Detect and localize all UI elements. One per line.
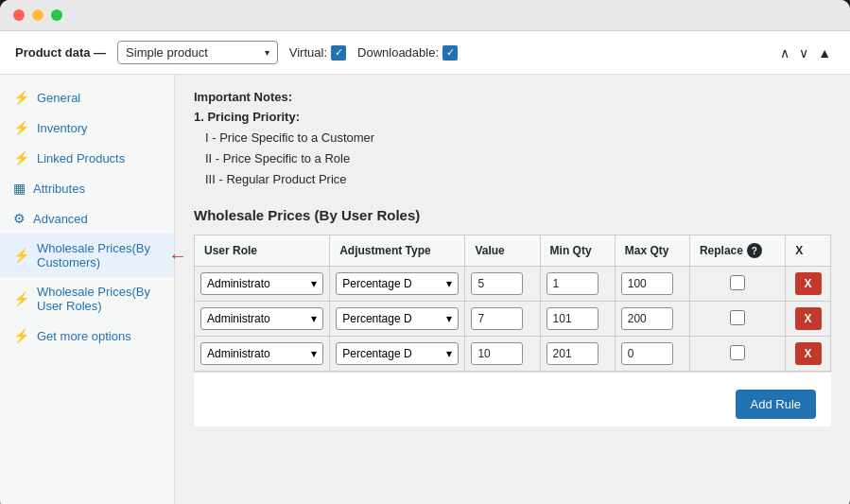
sidebar-item-inventory-label: Inventory: [37, 121, 87, 135]
maximize-button[interactable]: [51, 9, 62, 21]
row2-adjustment-select[interactable]: Percentage D ▾: [336, 307, 459, 330]
sidebar-item-wholesale-customers[interactable]: ⚡ Wholesale Prices(By Customers) ←: [0, 234, 174, 277]
row1-value-input[interactable]: [471, 272, 523, 295]
row3-value-input[interactable]: [471, 342, 523, 365]
general-icon: ⚡: [13, 90, 29, 105]
content-area: Important Notes: 1. Pricing Priority: I …: [175, 75, 850, 504]
product-type-value: Simple product: [126, 45, 208, 60]
minimize-button[interactable]: [32, 9, 43, 21]
main-window: Product data — Simple product ▾ Virtual:…: [0, 0, 850, 504]
row3-user-role-cell: Administrato ▾: [195, 337, 330, 372]
row1-min-qty-cell: [540, 267, 615, 302]
replace-help-icon[interactable]: ?: [747, 243, 762, 258]
col-delete: X: [786, 235, 831, 267]
sidebar-item-attributes[interactable]: ▦ Attributes: [0, 173, 174, 203]
section-title: Wholesale Prices (By User Roles): [194, 207, 831, 223]
row3-delete-button[interactable]: X: [795, 342, 822, 365]
row3-adjustment-value: Percentage D: [342, 347, 411, 360]
row2-value-cell: [465, 302, 540, 337]
add-rule-button[interactable]: Add Rule: [736, 390, 816, 419]
nav-down-button[interactable]: ∨: [795, 43, 812, 62]
notes-title: Important Notes:: [194, 90, 831, 104]
wholesale-customers-icon: ⚡: [13, 248, 29, 263]
row1-adjustment-select[interactable]: Percentage D ▾: [336, 272, 459, 295]
virtual-checkbox-group: Virtual: ✓: [289, 45, 346, 61]
row1-user-role-select[interactable]: Administrato ▾: [200, 272, 323, 295]
row3-adjustment-chevron: ▾: [446, 347, 452, 360]
sidebar-item-linked-products[interactable]: ⚡ Linked Products: [0, 143, 174, 173]
row1-user-role-value: Administrato: [207, 277, 270, 290]
sidebar-item-inventory[interactable]: ⚡ Inventory: [0, 113, 174, 143]
pricing-priority-title: 1. Pricing Priority:: [194, 110, 831, 124]
product-data-bar: Product data — Simple product ▾ Virtual:…: [0, 31, 850, 75]
title-bar: [0, 0, 850, 31]
nav-collapse-button[interactable]: ▲: [814, 43, 835, 62]
important-notes: Important Notes: 1. Pricing Priority: I …: [194, 90, 831, 190]
col-min-qty: Min Qty: [540, 235, 615, 267]
sidebar-item-wholesale-roles-label: Wholesale Prices(By User Roles): [37, 285, 161, 313]
row2-delete-button[interactable]: X: [795, 307, 822, 330]
pricing-item-1: I - Price Specific to a Customer: [194, 128, 831, 148]
active-arrow-indicator: ←: [168, 245, 187, 267]
row2-user-role-cell: Administrato ▾: [195, 302, 330, 337]
sidebar: ⚡ General ⚡ Inventory ⚡ Linked Products …: [0, 75, 175, 504]
row1-delete-cell: X: [786, 267, 831, 302]
sidebar-item-linked-products-label: Linked Products: [37, 151, 125, 165]
row1-max-qty-input[interactable]: [621, 272, 673, 295]
row1-value-cell: [465, 267, 540, 302]
sidebar-item-get-more-label: Get more options: [37, 329, 131, 343]
sidebar-item-general-label: General: [37, 91, 80, 105]
sidebar-item-get-more[interactable]: ⚡ Get more options: [0, 321, 174, 351]
nav-arrows: ∧ ∨ ▲: [776, 43, 835, 62]
row2-adjustment-value: Percentage D: [342, 312, 411, 325]
get-more-icon: ⚡: [13, 328, 29, 343]
row2-adjustment-chevron: ▾: [446, 312, 452, 325]
col-adjustment-type: Adjustment Type: [330, 235, 465, 267]
row2-user-role-value: Administrato: [207, 312, 270, 325]
sidebar-item-wholesale-roles[interactable]: ⚡ Wholesale Prices(By User Roles): [0, 277, 174, 321]
downloadable-checkbox[interactable]: ✓: [442, 45, 458, 61]
row3-value-cell: [465, 337, 540, 372]
row3-min-qty-input[interactable]: [546, 342, 598, 365]
pricing-item-3: III - Regular Product Price: [194, 169, 831, 190]
row1-adjustment-chevron: ▾: [446, 277, 452, 290]
row2-value-input[interactable]: [471, 307, 523, 330]
chevron-down-icon: ▾: [265, 47, 269, 58]
sidebar-item-advanced-label: Advanced: [33, 212, 88, 226]
sidebar-item-general[interactable]: ⚡ General: [0, 82, 174, 113]
row1-adjustment-cell: Percentage D ▾: [330, 267, 465, 302]
nav-up-button[interactable]: ∧: [776, 43, 793, 62]
row3-adjustment-cell: Percentage D ▾: [330, 337, 465, 372]
row2-replace-checkbox[interactable]: [730, 310, 745, 325]
virtual-checkbox[interactable]: ✓: [331, 45, 346, 61]
row2-delete-cell: X: [786, 302, 831, 337]
main-layout: ⚡ General ⚡ Inventory ⚡ Linked Products …: [0, 75, 850, 504]
row1-user-role-chevron: ▾: [311, 277, 317, 290]
advanced-icon: ⚙: [13, 211, 26, 226]
row3-user-role-select[interactable]: Administrato ▾: [200, 342, 323, 365]
row3-user-role-value: Administrato: [207, 347, 270, 360]
sidebar-item-wholesale-customers-label: Wholesale Prices(By Customers): [37, 241, 161, 269]
pricing-title: 1. Pricing Priority:: [194, 110, 300, 124]
row2-max-qty-input[interactable]: [621, 307, 673, 330]
row1-delete-button[interactable]: X: [795, 272, 822, 295]
row2-user-role-select[interactable]: Administrato ▾: [200, 307, 323, 330]
prices-table: User Role Adjustment Type Value Min Qty: [194, 235, 831, 372]
row3-adjustment-select[interactable]: Percentage D ▾: [336, 342, 459, 365]
row1-min-qty-input[interactable]: [546, 272, 598, 295]
linked-products-icon: ⚡: [13, 150, 29, 165]
sidebar-item-advanced[interactable]: ⚙ Advanced: [0, 203, 174, 234]
row3-max-qty-input[interactable]: [621, 342, 673, 365]
row3-user-role-chevron: ▾: [311, 347, 317, 360]
row2-adjustment-cell: Percentage D ▾: [330, 302, 465, 337]
row1-max-qty-cell: [615, 267, 689, 302]
wholesale-roles-icon: ⚡: [13, 291, 29, 306]
row1-replace-checkbox[interactable]: [730, 275, 745, 290]
row2-min-qty-input[interactable]: [546, 307, 598, 330]
row3-replace-checkbox[interactable]: [730, 345, 745, 360]
row1-replace-cell: [689, 267, 785, 302]
product-type-select[interactable]: Simple product ▾: [117, 41, 278, 64]
close-button[interactable]: [13, 9, 25, 21]
row3-min-qty-cell: [540, 337, 615, 372]
col-max-qty: Max Qty: [615, 235, 689, 267]
